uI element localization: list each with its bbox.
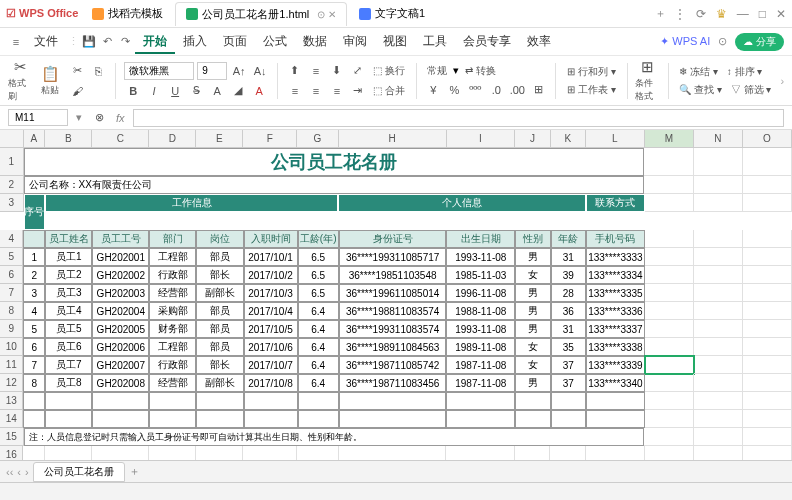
data-cell[interactable]: 133****3339 — [586, 356, 645, 374]
wps-ai-button[interactable]: ✦ WPS AI — [660, 35, 710, 48]
increase-font-icon[interactable]: A↑ — [230, 62, 248, 80]
cell[interactable] — [645, 248, 694, 266]
cell[interactable] — [743, 248, 792, 266]
header-cell[interactable]: 性别 — [515, 230, 550, 248]
data-cell[interactable] — [149, 392, 196, 410]
data-cell[interactable]: 员工7 — [45, 356, 92, 374]
data-cell[interactable]: 女 — [515, 356, 550, 374]
data-cell[interactable]: 6.5 — [298, 266, 339, 284]
select-all-corner[interactable] — [0, 130, 24, 148]
col-header[interactable]: A — [24, 130, 46, 148]
cell[interactable] — [694, 356, 743, 374]
data-cell[interactable]: 1985-11-03 — [446, 266, 515, 284]
crown-icon[interactable]: ♛ — [716, 7, 727, 21]
row-header[interactable]: 12 — [0, 374, 23, 392]
cell[interactable] — [645, 230, 694, 248]
data-cell[interactable]: 1987-11-08 — [446, 374, 515, 392]
data-cell[interactable]: 133****3336 — [586, 302, 645, 320]
data-cell[interactable]: 男 — [515, 284, 550, 302]
data-cell[interactable]: GH202003 — [92, 284, 149, 302]
data-cell[interactable]: 36****199311085717 — [339, 248, 447, 266]
data-cell[interactable]: 2017/10/1 — [244, 248, 298, 266]
add-sheet-icon[interactable]: ＋ — [129, 464, 140, 479]
data-cell[interactable]: 39 — [551, 266, 586, 284]
data-cell[interactable]: 3 — [23, 284, 45, 302]
row-header[interactable]: 13 — [0, 392, 23, 410]
menu-tab[interactable]: 数据 — [295, 30, 335, 52]
data-cell[interactable] — [339, 410, 447, 428]
row-header[interactable]: 11 — [0, 356, 23, 374]
row-header[interactable]: 10 — [0, 338, 23, 356]
data-cell[interactable] — [586, 392, 645, 410]
data-cell[interactable]: 36****199311083574 — [339, 320, 447, 338]
data-cell[interactable] — [446, 410, 515, 428]
col-header[interactable]: J — [515, 130, 550, 148]
row-header[interactable]: 5 — [0, 248, 23, 266]
menu-tab[interactable]: 视图 — [375, 30, 415, 52]
data-cell[interactable]: 2017/10/4 — [244, 302, 298, 320]
data-cell[interactable]: 36****198711085742 — [339, 356, 447, 374]
data-cell[interactable]: 6.4 — [298, 338, 339, 356]
cut-icon[interactable]: ✂ — [68, 62, 86, 80]
data-cell[interactable] — [515, 410, 550, 428]
col-header[interactable]: H — [339, 130, 447, 148]
data-cell[interactable]: 36****198911084563 — [339, 338, 447, 356]
data-cell[interactable]: 36****198711083456 — [339, 374, 447, 392]
data-cell[interactable]: 133****3340 — [586, 374, 645, 392]
col-header[interactable]: N — [694, 130, 743, 148]
comma-icon[interactable]: ººº — [466, 81, 484, 99]
data-cell[interactable] — [515, 392, 550, 410]
merge-button[interactable]: ⬚ 合并 — [370, 83, 408, 99]
data-cell[interactable]: GH202006 — [92, 338, 149, 356]
cell[interactable] — [645, 320, 694, 338]
format-icon[interactable]: ⊞ — [529, 81, 547, 99]
doc-tab[interactable]: 文字文稿1 — [349, 2, 435, 26]
row-header[interactable]: 4 — [0, 230, 23, 248]
sheet-first-icon[interactable]: ‹‹ — [6, 466, 13, 478]
save-icon[interactable]: 💾 — [81, 34, 97, 50]
bold-icon[interactable]: B — [124, 82, 142, 100]
cell[interactable] — [743, 230, 792, 248]
data-cell[interactable]: 员工6 — [45, 338, 92, 356]
menu-tab[interactable]: 开始 — [135, 30, 175, 54]
cell[interactable] — [645, 338, 694, 356]
col-header[interactable]: E — [196, 130, 243, 148]
data-cell[interactable]: 36****198811083574 — [339, 302, 447, 320]
number-format-select[interactable]: 常规 — [424, 63, 450, 79]
minimize-button[interactable]: — — [737, 7, 749, 21]
doc-tab[interactable]: 公司员工花名册1.html⊙ ✕ — [175, 2, 347, 26]
align-top-icon[interactable]: ⬆ — [286, 62, 304, 80]
data-cell[interactable]: GH202008 — [92, 374, 149, 392]
redo-icon[interactable]: ↷ — [117, 34, 133, 50]
data-cell[interactable]: 37 — [551, 374, 586, 392]
freeze-button[interactable]: ❄ 冻结 ▾ — [676, 64, 721, 80]
cell[interactable] — [743, 410, 792, 428]
data-cell[interactable]: GH202004 — [92, 302, 149, 320]
data-cell[interactable]: 2017/10/2 — [244, 266, 298, 284]
header-cell[interactable]: 入职时间 — [244, 230, 298, 248]
row-header[interactable]: 9 — [0, 320, 23, 338]
data-cell[interactable]: 员工2 — [45, 266, 92, 284]
header-cell[interactable]: 年龄 — [551, 230, 586, 248]
header-cell[interactable]: 联系方式 — [586, 194, 645, 212]
dec-inc-icon[interactable]: .0 — [487, 81, 505, 99]
col-header[interactable]: F — [243, 130, 297, 148]
cell[interactable] — [645, 410, 694, 428]
data-cell[interactable]: 1993-11-08 — [446, 320, 515, 338]
cell[interactable] — [644, 176, 693, 194]
fill-color-icon[interactable]: ◢ — [229, 82, 247, 100]
row-header[interactable]: 8 — [0, 302, 23, 320]
data-cell[interactable]: 工程部 — [149, 248, 196, 266]
data-cell[interactable]: 经营部 — [149, 284, 196, 302]
name-box[interactable] — [8, 109, 68, 126]
cell[interactable] — [743, 302, 792, 320]
brush-icon[interactable]: 🖌 — [68, 82, 86, 100]
font-size-select[interactable] — [197, 62, 227, 80]
sync-icon[interactable]: ⟳ — [696, 7, 706, 21]
help-icon[interactable]: ⊙ — [718, 35, 727, 48]
data-cell[interactable]: GH202001 — [92, 248, 149, 266]
share-button[interactable]: ☁ 分享 — [735, 33, 784, 51]
cell[interactable] — [645, 392, 694, 410]
cell[interactable] — [645, 302, 694, 320]
col-header[interactable]: K — [551, 130, 586, 148]
